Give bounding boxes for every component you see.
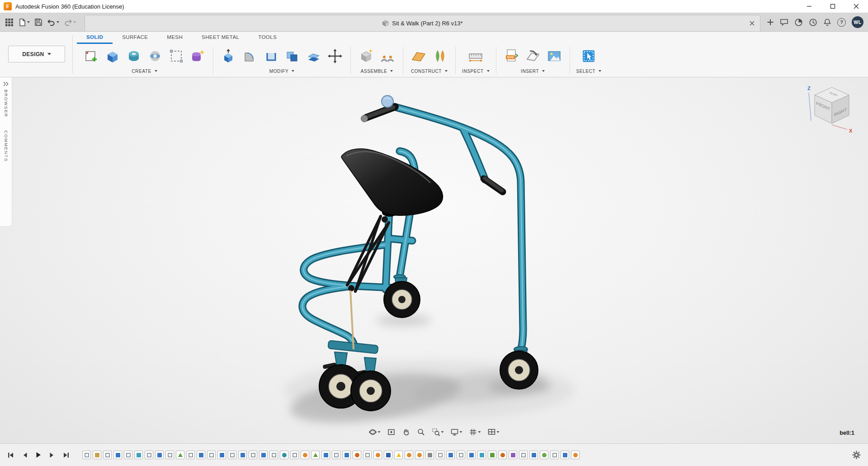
save-button[interactable] <box>33 16 44 28</box>
shell-icon[interactable] <box>262 46 280 66</box>
skip-to-start-button[interactable] <box>6 451 15 459</box>
viewports-icon[interactable] <box>487 427 500 437</box>
feedback-chat-icon[interactable] <box>780 18 788 26</box>
display-settings-icon[interactable] <box>450 427 463 437</box>
timeline-feature-pattern[interactable] <box>509 451 517 459</box>
timeline-settings-gear-icon[interactable] <box>851 450 862 460</box>
user-avatar[interactable]: WL <box>852 16 863 28</box>
timeline-feature-extrude[interactable] <box>467 451 476 459</box>
document-tab[interactable]: Sit & Walk (Part 2) R6 v13* <box>85 15 760 31</box>
redo-button[interactable] <box>62 17 77 28</box>
construction-axis-icon[interactable] <box>431 46 449 66</box>
new-document-plus-icon[interactable] <box>767 19 774 26</box>
walker-3d-model[interactable] <box>0 77 868 443</box>
timeline-feature-sketch[interactable] <box>186 451 195 459</box>
construction-plane-icon[interactable] <box>410 46 428 66</box>
pan-hand-icon[interactable] <box>401 427 411 437</box>
timeline-feature-extrude[interactable] <box>342 451 351 459</box>
create-form-icon[interactable] <box>189 46 207 66</box>
create-sketch-icon[interactable] <box>82 46 100 66</box>
insert-svg-icon[interactable]: SVG <box>503 46 521 66</box>
close-button[interactable] <box>844 0 868 13</box>
timeline-feature-mirror[interactable] <box>311 451 320 459</box>
select-group-label[interactable]: SELECT <box>576 67 602 75</box>
measure-icon[interactable] <box>467 46 485 66</box>
zoom-icon[interactable] <box>416 427 426 437</box>
timeline-feature-mirror[interactable] <box>176 451 184 459</box>
timeline-feature-extrude[interactable] <box>529 451 538 459</box>
combine-icon[interactable] <box>283 46 302 66</box>
timeline-feature-sketch[interactable] <box>363 451 372 459</box>
notifications-bell-icon[interactable] <box>823 18 831 27</box>
document-close-icon[interactable] <box>748 18 756 29</box>
timeline-feature-combine[interactable] <box>384 451 392 459</box>
extension-progress-icon[interactable] <box>794 18 803 27</box>
timeline-feature-fillet[interactable] <box>134 451 143 459</box>
timeline-feature-sketch[interactable] <box>249 451 257 459</box>
timeline-feature-extrude[interactable] <box>197 451 205 459</box>
canvas-image-icon[interactable] <box>545 46 563 66</box>
undo-button[interactable] <box>46 17 61 28</box>
timeline-feature-sketch[interactable] <box>145 451 153 459</box>
tab-solid[interactable]: SOLID <box>77 32 113 44</box>
offset-face-icon[interactable] <box>305 46 323 66</box>
timeline-feature-sketch[interactable] <box>165 451 174 459</box>
step-back-button[interactable] <box>21 451 28 459</box>
play-button[interactable] <box>34 451 42 459</box>
browser-panel-tab[interactable]: BROWSER <box>4 90 9 118</box>
zoom-window-icon[interactable] <box>431 427 445 437</box>
maximize-button[interactable] <box>821 0 844 13</box>
step-forward-button[interactable] <box>48 451 56 459</box>
timeline-feature-sketch[interactable] <box>124 451 132 459</box>
minimize-button[interactable] <box>797 0 821 13</box>
timeline-feature-measure[interactable] <box>425 451 434 459</box>
select-icon[interactable] <box>580 46 598 66</box>
workspace-selector[interactable]: DESIGN <box>8 46 65 62</box>
modify-group-label[interactable]: MODIFY <box>269 67 295 75</box>
timeline-feature-fillet[interactable] <box>477 451 486 459</box>
timeline-feature-sketch[interactable] <box>82 451 91 459</box>
new-component-icon[interactable] <box>357 46 375 66</box>
construct-group-label[interactable]: CONSTRUCT <box>411 67 448 75</box>
timeline-feature-sketch[interactable] <box>290 451 299 459</box>
tab-surface[interactable]: SURFACE <box>113 32 157 44</box>
viewcube[interactable]: Z X TOP FRONT RIGHT <box>804 82 860 138</box>
timeline-feature-extrude[interactable] <box>561 451 569 459</box>
viewport-canvas[interactable]: BROWSER COMMENTS Z X TOP FRONT RIGHT <box>0 77 868 443</box>
fillet-icon[interactable] <box>241 46 259 66</box>
timeline-feature-sketch[interactable] <box>332 451 340 459</box>
timeline-feature-sketch[interactable] <box>436 451 444 459</box>
timeline-feature-sketch[interactable] <box>228 451 236 459</box>
expand-browser-chevron-icon[interactable] <box>3 81 9 87</box>
file-menu-button[interactable] <box>17 16 31 29</box>
timeline-feature-joint[interactable] <box>301 451 309 459</box>
timeline-feature-warning[interactable] <box>394 451 403 459</box>
timeline-feature-sketch[interactable] <box>207 451 216 459</box>
timeline-feature-sketch[interactable] <box>269 451 278 459</box>
skip-to-end-button[interactable] <box>62 451 71 459</box>
tab-tools[interactable]: TOOLS <box>249 32 286 44</box>
timeline-feature-sweep[interactable] <box>498 451 507 459</box>
grid-settings-icon[interactable] <box>468 427 482 437</box>
revolve-icon[interactable] <box>125 46 143 66</box>
orbit-icon[interactable] <box>368 427 382 437</box>
data-panel-grid-icon[interactable] <box>4 16 15 29</box>
timeline-feature-extrude[interactable] <box>238 451 247 459</box>
joint-icon[interactable] <box>378 46 396 66</box>
press-pull-icon[interactable] <box>220 46 238 66</box>
timeline-feature-sketch[interactable] <box>550 451 559 459</box>
timeline-feature-joint[interactable] <box>571 451 580 459</box>
move-copy-icon[interactable] <box>326 46 344 66</box>
timeline-feature-extrude[interactable] <box>113 451 122 459</box>
timeline-feature-extrude[interactable] <box>321 451 330 459</box>
coil-icon[interactable] <box>146 46 164 66</box>
timeline-feature-joint[interactable] <box>415 451 424 459</box>
inspect-group-label[interactable]: INSPECT <box>462 67 490 75</box>
timeline-feature-form[interactable] <box>540 451 548 459</box>
comments-panel-tab[interactable]: COMMENTS <box>4 130 9 162</box>
tab-mesh[interactable]: MESH <box>157 32 192 44</box>
timeline-feature-extrude[interactable] <box>259 451 268 459</box>
help-icon[interactable]: ? <box>837 18 846 27</box>
job-status-clock-icon[interactable] <box>809 18 817 27</box>
extrude-icon[interactable] <box>104 46 122 66</box>
